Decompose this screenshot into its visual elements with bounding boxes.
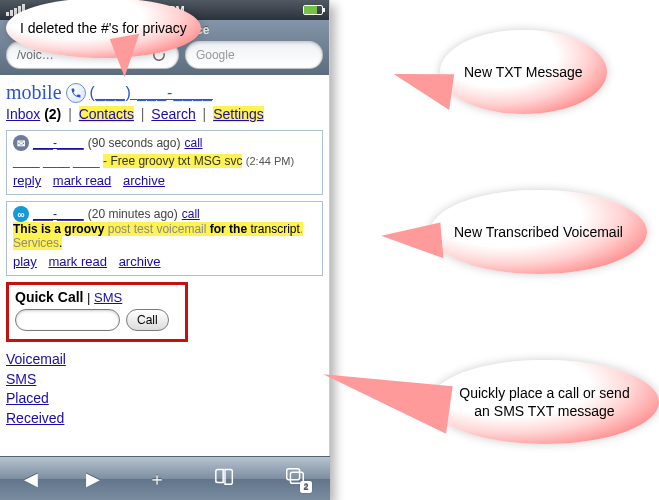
add-button[interactable]: ＋ <box>148 467 166 491</box>
google-placeholder: Google <box>196 48 235 62</box>
action-mark-read[interactable]: mark read <box>48 254 107 269</box>
callout-voicemail: New Transcribed Voicemail <box>430 190 647 274</box>
quick-call-box: Quick Call | SMS Call <box>6 282 188 342</box>
page-content: mobile (___) ___-____ Inbox (2) | Contac… <box>0 75 329 473</box>
transcript-line2: Services. <box>13 236 62 250</box>
link-placed[interactable]: Placed <box>6 389 323 409</box>
msg-age: (90 seconds ago) <box>88 136 181 150</box>
inbox-count: (2) <box>44 106 61 122</box>
txt-redacted: ____ ____ ____ <box>13 154 103 168</box>
pages-button[interactable]: 2 <box>284 467 306 490</box>
action-archive[interactable]: archive <box>119 254 161 269</box>
quick-call-title: Quick Call <box>15 289 83 305</box>
link-received[interactable]: Received <box>6 409 323 429</box>
nav-row: Inbox (2) | Contacts | Search | Settings <box>6 106 323 122</box>
nav-inbox[interactable]: Inbox <box>6 106 40 122</box>
link-voicemail[interactable]: Voicemail <box>6 350 323 370</box>
action-archive[interactable]: archive <box>123 173 165 188</box>
sms-icon: ✉ <box>13 135 29 151</box>
phone-frame: 2:45 PM Google Voice /voic… Google mobil… <box>0 0 330 500</box>
sender-link[interactable]: ___-____ <box>33 136 84 150</box>
txt-time: (2:44 PM) <box>246 155 294 167</box>
transcript: This is a groovy post test voicemail for… <box>13 222 303 236</box>
bottom-links: Voicemail SMS Placed Received <box>6 350 323 428</box>
back-button[interactable]: ◀ <box>24 468 38 490</box>
battery-icon <box>303 5 323 15</box>
sender-link[interactable]: ___-____ <box>33 207 84 221</box>
bookmarks-button[interactable] <box>214 467 236 490</box>
action-mark-read[interactable]: mark read <box>53 173 112 188</box>
message-voicemail: ∞ ___-____ (20 minutes ago) call This is… <box>6 201 323 276</box>
action-play[interactable]: play <box>13 254 37 269</box>
svg-rect-0 <box>287 469 300 480</box>
nav-search[interactable]: Search <box>151 106 195 122</box>
pages-count: 2 <box>300 481 312 493</box>
txt-body: - Free groovy txt MSG svc <box>103 154 242 168</box>
browser-toolbar: ◀ ▶ ＋ 2 <box>0 456 330 500</box>
forward-button[interactable]: ▶ <box>86 468 100 490</box>
call-link[interactable]: call <box>182 207 200 221</box>
callout-quickcall: Quickly place a call or send an SMS TXT … <box>430 360 659 444</box>
msg-age: (20 minutes ago) <box>88 207 178 221</box>
action-reply[interactable]: reply <box>13 173 41 188</box>
phone-icon[interactable] <box>66 83 86 103</box>
message-txt: ✉ ___-____ (90 seconds ago) call ____ __… <box>6 130 323 195</box>
callout-privacy: I deleted the #'s for privacy <box>6 0 201 58</box>
quick-sms-link[interactable]: SMS <box>94 290 122 305</box>
voicemail-icon: ∞ <box>13 206 29 222</box>
my-number-link[interactable]: (___) ___-____ <box>90 84 213 102</box>
mobile-label: mobile <box>6 81 62 104</box>
callout-txt: New TXT Message <box>440 30 607 114</box>
nav-settings[interactable]: Settings <box>213 106 264 122</box>
nav-contacts[interactable]: Contacts <box>79 106 134 122</box>
quick-call-button[interactable]: Call <box>126 309 169 331</box>
google-search-box[interactable]: Google <box>185 41 323 69</box>
quick-call-input[interactable] <box>15 309 120 331</box>
link-sms[interactable]: SMS <box>6 370 323 390</box>
call-link[interactable]: call <box>184 136 202 150</box>
